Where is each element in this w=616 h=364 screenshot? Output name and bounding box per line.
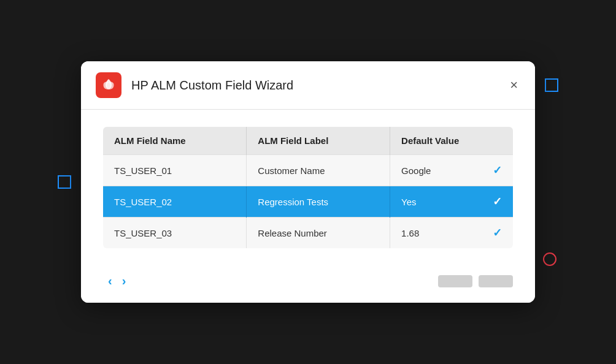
deco-square-left: [58, 175, 71, 189]
checkmark-icon: ✓: [493, 226, 502, 240]
cell-field-name: TS_USER_03: [103, 218, 247, 249]
table-row[interactable]: TS_USER_01 Customer Name Google ✓: [103, 155, 513, 186]
dialog-header: HP ALM Custom Field Wizard ×: [81, 61, 535, 110]
ok-button[interactable]: [479, 275, 513, 287]
dialog-body: ALM Field Name ALM Field Label Default V…: [81, 110, 535, 263]
default-value-text: Yes: [401, 197, 416, 207]
cell-field-name: TS_USER_02: [103, 186, 247, 218]
cancel-button[interactable]: [438, 275, 472, 287]
cell-default-value: 1.68 ✓: [390, 218, 513, 249]
cell-default-value: Google ✓: [390, 155, 513, 186]
table-header-row: ALM Field Name ALM Field Label Default V…: [103, 127, 513, 155]
dialog: HP ALM Custom Field Wizard × ALM Field N…: [81, 61, 535, 303]
table-row[interactable]: TS_USER_02 Regression Tests Yes ✓: [103, 186, 513, 218]
default-value-text: 1.68: [401, 228, 419, 238]
dialog-title: HP ALM Custom Field Wizard: [131, 78, 507, 93]
close-button[interactable]: ×: [507, 76, 520, 94]
cell-field-label: Customer Name: [247, 155, 390, 186]
deco-square-top-right: [545, 78, 558, 92]
field-table: ALM Field Name ALM Field Label Default V…: [103, 127, 513, 248]
col-header-field-label: ALM Field Label: [247, 127, 390, 155]
cell-default-value: Yes ✓: [390, 186, 513, 218]
checkmark-icon: ✓: [493, 164, 502, 177]
cell-field-label: Release Number: [247, 218, 390, 249]
prev-button[interactable]: ‹: [103, 271, 117, 290]
col-header-default-value: Default Value: [390, 127, 513, 155]
hp-alm-icon: [101, 77, 117, 93]
next-button[interactable]: ›: [117, 271, 131, 290]
app-icon: [96, 72, 121, 98]
checkmark-icon: ✓: [493, 195, 502, 208]
table-row[interactable]: TS_USER_03 Release Number 1.68 ✓: [103, 218, 513, 249]
deco-circle-bottom-right: [543, 252, 556, 266]
dialog-footer: ‹ ›: [81, 263, 535, 303]
col-header-field-name: ALM Field Name: [103, 127, 247, 155]
default-value-text: Google: [401, 165, 431, 176]
cell-field-label: Regression Tests: [247, 186, 390, 218]
cell-field-name: TS_USER_01: [103, 155, 247, 186]
